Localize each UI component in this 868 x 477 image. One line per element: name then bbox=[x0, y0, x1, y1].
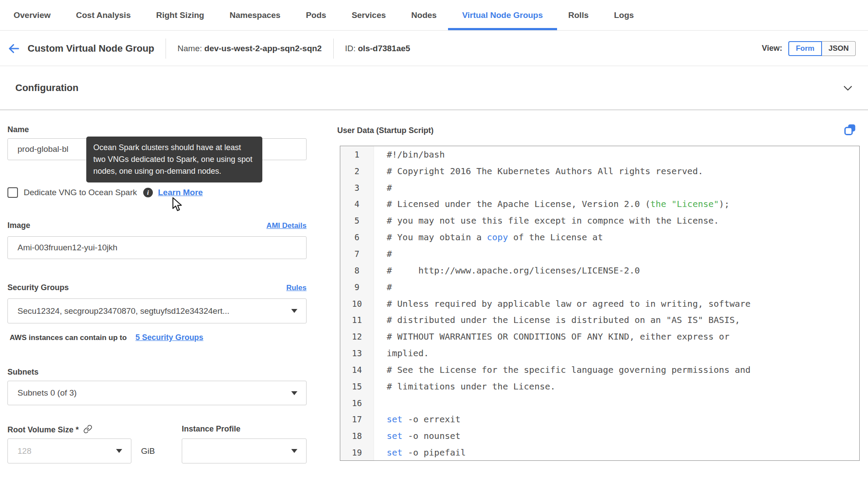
collapse-section-button[interactable] bbox=[842, 82, 854, 94]
line-number: 7 bbox=[340, 249, 374, 259]
line-content: # Unless required by applicable law or a… bbox=[374, 298, 751, 309]
arrow-left-icon bbox=[7, 42, 21, 55]
info-icon[interactable]: i bbox=[143, 188, 153, 197]
tab-right-sizing[interactable]: Right Sizing bbox=[150, 0, 210, 30]
vng-id-label: ID: bbox=[345, 44, 356, 53]
line-number: 8 bbox=[340, 266, 374, 275]
code-line: 8# http://www.apache.org/licenses/LICENS… bbox=[340, 262, 859, 279]
name-input-value: prod-global-bl bbox=[18, 144, 68, 154]
code-line: 15# limitations under the License. bbox=[340, 378, 859, 395]
user-data-label: User Data (Startup Script) bbox=[337, 126, 434, 135]
line-number: 11 bbox=[340, 315, 374, 325]
line-content: # you may not use this file except in co… bbox=[374, 215, 719, 226]
caret-down-icon bbox=[116, 449, 122, 453]
tab-namespaces[interactable]: Namespaces bbox=[223, 0, 286, 30]
line-content: # bbox=[374, 182, 392, 193]
line-content: # distributed under the License is distr… bbox=[374, 315, 740, 325]
subnets-select[interactable]: Subnets 0 (of 3) bbox=[7, 381, 307, 405]
ocean-spark-tooltip: Ocean Spark clusters should have at leas… bbox=[86, 137, 262, 182]
tab-logs[interactable]: Logs bbox=[608, 0, 640, 30]
tab-nodes[interactable]: Nodes bbox=[405, 0, 443, 30]
line-content: # bbox=[374, 249, 392, 259]
code-line: 12# WITHOUT WARRANTIES OR CONDITIONS OF … bbox=[340, 328, 859, 345]
caret-down-icon bbox=[291, 309, 297, 313]
tab-pods[interactable]: Pods bbox=[300, 0, 332, 30]
top-nav-tabs: OverviewCost AnalysisRight SizingNamespa… bbox=[0, 0, 868, 31]
line-content: # WITHOUT WARRANTIES OR CONDITIONS OF AN… bbox=[374, 331, 730, 342]
view-label: View: bbox=[762, 44, 783, 53]
dedicate-vng-label: Dedicate VNG to Ocean Spark bbox=[24, 188, 137, 197]
line-number: 9 bbox=[340, 282, 374, 292]
security-groups-select[interactable]: Secu12324, secgroup23470870, segtuyfsd12… bbox=[7, 298, 307, 323]
code-line: 4# Licensed under the Apache License, Ve… bbox=[340, 196, 859, 213]
five-security-groups-link[interactable]: 5 Security Groups bbox=[135, 333, 203, 342]
security-groups-note-text: AWS instances can contain up to bbox=[10, 333, 127, 342]
vng-id: ID: ols-d7381ae5 bbox=[345, 44, 410, 53]
line-content: # Copyright 2016 The Kubernetes Authors … bbox=[374, 166, 703, 176]
copy-button[interactable] bbox=[843, 123, 857, 138]
vng-name-label: Name: bbox=[177, 44, 202, 53]
code-line: 13implied. bbox=[340, 345, 859, 361]
tab-rolls[interactable]: Rolls bbox=[562, 0, 595, 30]
ami-details-link[interactable]: AMI Details bbox=[266, 221, 307, 230]
line-number: 15 bbox=[340, 382, 374, 391]
vng-id-value: ols-d7381ae5 bbox=[358, 44, 410, 53]
caret-down-icon bbox=[291, 449, 297, 453]
root-volume-size-label-text: Root Volume Size * bbox=[7, 425, 79, 434]
line-number: 14 bbox=[340, 365, 374, 375]
line-number: 6 bbox=[340, 232, 374, 242]
code-line: 7# bbox=[340, 246, 859, 262]
line-number: 4 bbox=[340, 199, 374, 209]
code-line: 19set -o pipefail bbox=[340, 444, 859, 461]
code-line: 16 bbox=[340, 395, 859, 411]
code-line: 2# Copyright 2016 The Kubernetes Authors… bbox=[340, 163, 859, 179]
line-number: 10 bbox=[340, 299, 374, 309]
line-content: set -o errexit bbox=[374, 414, 461, 424]
security-groups-value: Secu12324, secgroup23470870, segtuyfsd12… bbox=[18, 306, 229, 316]
user-data-code-editor[interactable]: 1#!/bin/bash2# Copyright 2016 The Kubern… bbox=[340, 146, 860, 461]
link-icon[interactable] bbox=[83, 424, 92, 434]
line-content: # limitations under the License. bbox=[374, 381, 555, 392]
tab-virtual-node-groups[interactable]: Virtual Node Groups bbox=[456, 0, 549, 30]
dedicate-vng-checkbox[interactable] bbox=[7, 187, 18, 198]
security-groups-label-row: Security Groups Rules bbox=[7, 283, 307, 292]
line-content: set -o pipefail bbox=[374, 447, 466, 458]
tab-services[interactable]: Services bbox=[346, 0, 392, 30]
mouse-cursor-icon bbox=[171, 197, 184, 212]
line-content: # See the License for the specific langu… bbox=[374, 365, 751, 375]
subnets-label: Subnets bbox=[7, 368, 39, 377]
rules-link[interactable]: Rules bbox=[286, 284, 307, 292]
security-groups-label: Security Groups bbox=[7, 283, 69, 292]
line-number: 12 bbox=[340, 332, 374, 341]
instance-profile-label: Instance Profile bbox=[182, 424, 240, 434]
line-number: 1 bbox=[340, 150, 374, 159]
tab-cost-analysis[interactable]: Cost Analysis bbox=[70, 0, 137, 30]
learn-more-link[interactable]: Learn More bbox=[158, 188, 203, 197]
code-line: 10# Unless required by applicable law or… bbox=[340, 295, 859, 312]
code-line: 5# you may not use this file except in c… bbox=[340, 212, 859, 229]
page-title: Custom Virtual Node Group bbox=[28, 43, 154, 54]
instance-profile-select[interactable] bbox=[182, 438, 307, 463]
code-line: 1#!/bin/bash bbox=[340, 146, 859, 163]
view-json-button[interactable]: JSON bbox=[822, 41, 856, 56]
line-content: # Licensed under the Apache License, Ver… bbox=[374, 199, 730, 209]
vng-name-value: dev-us-west-2-app-sqn2-sqn2 bbox=[205, 44, 322, 53]
view-form-button[interactable]: Form bbox=[788, 41, 822, 56]
image-input[interactable]: Ami-003fruuen12-yui-10jkh bbox=[7, 236, 307, 259]
line-content: #!/bin/bash bbox=[374, 149, 445, 160]
line-number: 5 bbox=[340, 216, 374, 225]
tab-overview[interactable]: Overview bbox=[7, 0, 57, 30]
line-number: 2 bbox=[340, 166, 374, 176]
root-volume-size-select[interactable]: 128 bbox=[7, 438, 131, 463]
chevron-down-icon bbox=[842, 82, 854, 94]
code-line: 11# distributed under the License is dis… bbox=[340, 312, 859, 328]
line-content: # bbox=[374, 282, 392, 292]
root-volume-size-label: Root Volume Size * bbox=[7, 424, 92, 435]
gib-unit-label: GiB bbox=[141, 438, 155, 463]
line-number: 18 bbox=[340, 431, 374, 441]
line-content: implied. bbox=[374, 348, 429, 358]
configuration-title: Configuration bbox=[15, 82, 78, 94]
subnets-value: Subnets 0 (of 3) bbox=[18, 388, 77, 398]
back-button[interactable] bbox=[7, 42, 21, 55]
page-header: Custom Virtual Node Group Name: dev-us-w… bbox=[0, 31, 868, 66]
